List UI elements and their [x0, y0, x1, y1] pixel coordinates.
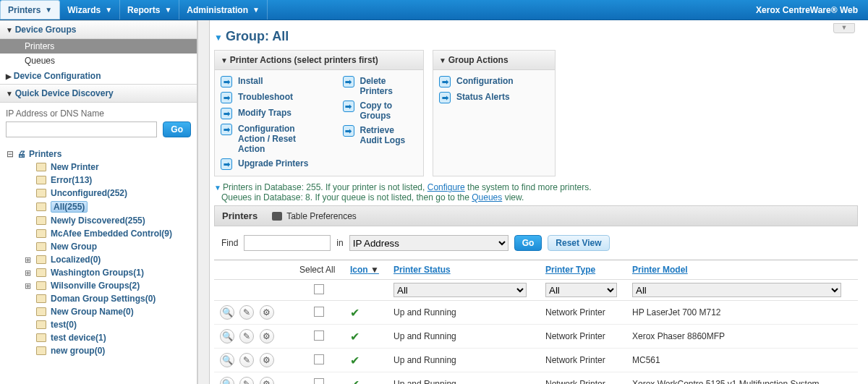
status-ok-icon: ✔: [350, 307, 359, 319]
select-all-checkbox[interactable]: [314, 284, 324, 294]
action-button[interactable]: ➡Upgrade Printers: [221, 158, 314, 170]
expand-icon[interactable]: ⊞: [25, 255, 32, 265]
tab-wizards[interactable]: Wizards ▼: [60, 0, 120, 20]
folder-icon: [36, 202, 46, 211]
edit-icon[interactable]: ✎: [239, 305, 254, 320]
expand-icon[interactable]: ⊞: [25, 268, 32, 278]
group-actions-header[interactable]: Group Actions: [433, 51, 555, 70]
search-icon[interactable]: 🔍: [220, 305, 234, 320]
find-field-select[interactable]: IP Address: [349, 235, 509, 251]
row-checkbox[interactable]: [314, 307, 324, 317]
action-button[interactable]: ➡Delete Printers: [343, 76, 417, 96]
gear-icon[interactable]: ⚙: [260, 377, 274, 384]
reset-view-button[interactable]: Reset View: [548, 235, 609, 251]
filter-type[interactable]: All: [545, 283, 617, 297]
tree-root[interactable]: ⊟ 🖨 Printers: [6, 149, 192, 159]
action-button[interactable]: ➡Copy to Groups: [343, 101, 417, 121]
arrow-right-icon: ➡: [439, 76, 451, 88]
table-row[interactable]: 🔍 ✎ ⚙ ✔ Up and Running Network Printer H…: [214, 301, 858, 325]
find-input[interactable]: [244, 235, 331, 251]
tree-item[interactable]: Doman Group Settings(0): [25, 292, 192, 305]
row-checkbox[interactable]: [314, 378, 324, 385]
filter-model[interactable]: All: [632, 283, 841, 297]
tree-item[interactable]: Newly Discovered(255): [25, 214, 192, 227]
edit-icon[interactable]: ✎: [239, 353, 254, 367]
action-button[interactable]: ➡Retrieve Audit Logs: [343, 125, 417, 145]
gear-icon[interactable]: ⚙: [260, 305, 274, 320]
collapse-icon[interactable]: ⊟: [6, 149, 14, 159]
table-row[interactable]: 🔍 ✎ ⚙ ✔ Up and Running Network Printer X…: [214, 325, 858, 349]
tab-reports[interactable]: Reports ▼: [120, 0, 179, 20]
action-button[interactable]: ➡Troubleshoot: [221, 92, 314, 103]
filter-status[interactable]: All: [393, 283, 527, 297]
search-icon[interactable]: 🔍: [220, 329, 234, 344]
tree-item[interactable]: ⊞Localized(0): [25, 253, 192, 266]
search-icon[interactable]: 🔍: [220, 377, 234, 384]
top-nav: Printers ▼ Wizards ▼ Reports ▼ Administr…: [0, 0, 868, 20]
tree-item[interactable]: ⊞Wilsonville Groups(2): [25, 279, 192, 292]
edit-icon[interactable]: ✎: [239, 377, 254, 384]
table-row[interactable]: 🔍 ✎ ⚙ ✔ Up and Running Network Printer M…: [214, 349, 858, 372]
queues-link[interactable]: Queues: [472, 192, 502, 202]
tree-item[interactable]: All(255): [25, 200, 192, 214]
search-icon[interactable]: 🔍: [220, 353, 234, 367]
tree-item-label: New Printer: [51, 162, 99, 172]
device-groups-header[interactable]: Device Groups: [0, 20, 197, 39]
table-row[interactable]: 🔍 ✎ ⚙ ✔ Up and Running Network Printer X…: [214, 372, 858, 385]
arrow-right-icon: ➡: [221, 92, 232, 103]
tree-item[interactable]: Unconfigured(252): [25, 187, 192, 200]
cell-type: Network Printer: [540, 301, 626, 325]
tree-item[interactable]: New Group Name(0): [25, 305, 192, 318]
select-all-header[interactable]: Select All: [294, 260, 344, 280]
configure-link[interactable]: Configure: [427, 182, 465, 192]
action-button[interactable]: ➡Configuration Action / Reset Action: [221, 124, 314, 154]
device-configuration-header[interactable]: Device Configuration: [0, 68, 197, 84]
find-label: Find: [221, 238, 238, 248]
action-button[interactable]: ➡Modify Traps: [221, 108, 314, 119]
qdd-input[interactable]: [6, 121, 157, 137]
col-printer-type[interactable]: Printer Type: [540, 260, 626, 280]
qdd-go-button[interactable]: Go: [163, 121, 191, 137]
tree-item[interactable]: Error(113): [25, 174, 192, 187]
page-title: Group: All: [214, 29, 858, 44]
printer-actions-header[interactable]: Printer Actions (select printers first): [215, 51, 423, 70]
tab-label: Administration: [187, 5, 248, 15]
row-checkbox[interactable]: [314, 330, 324, 341]
col-printer-status[interactable]: Printer Status: [388, 260, 540, 280]
folder-icon: [36, 294, 46, 303]
tab-administration[interactable]: Administration ▼: [179, 0, 268, 20]
col-icon[interactable]: Icon ▼: [344, 260, 388, 280]
tree-item[interactable]: new group(0): [25, 344, 192, 357]
tree-item[interactable]: McAfee Embedded Control(9): [25, 227, 192, 240]
tree-item[interactable]: test device(1): [25, 331, 192, 344]
sidebar-item-queues[interactable]: Queues: [0, 54, 197, 68]
find-go-button[interactable]: Go: [514, 235, 542, 251]
gear-icon[interactable]: ⚙: [260, 329, 274, 344]
arrow-right-icon: ➡: [343, 125, 354, 137]
tree-item[interactable]: New Group: [25, 240, 192, 253]
db-info: ▼Printers in Database: 255. If your prin…: [214, 182, 858, 202]
quick-device-discovery-header[interactable]: Quick Device Discovery: [0, 84, 197, 103]
arrow-right-icon: ➡: [343, 101, 354, 112]
action-button[interactable]: ➡Install: [221, 76, 314, 88]
tab-label: Printers: [8, 5, 41, 15]
col-printer-model[interactable]: Printer Model: [626, 260, 858, 280]
splitter[interactable]: [198, 20, 210, 384]
gear-icon[interactable]: ⚙: [260, 353, 274, 367]
action-button[interactable]: ➡Status Alerts: [439, 92, 514, 103]
collapse-handle[interactable]: ▼: [833, 23, 855, 33]
tree-item[interactable]: ⊞Washington Groups(1): [25, 266, 192, 279]
tab-printers[interactable]: Printers ▼: [0, 0, 60, 20]
tree-item-label: New Group: [51, 242, 97, 252]
tree-item[interactable]: test(0): [25, 318, 192, 331]
row-checkbox[interactable]: [314, 354, 324, 364]
folder-icon: [36, 216, 46, 225]
edit-icon[interactable]: ✎: [239, 329, 254, 344]
tree-item-label: Unconfigured(252): [51, 188, 127, 198]
table-preferences-button[interactable]: Table Preferences: [272, 211, 357, 221]
action-button[interactable]: ➡Configuration: [439, 76, 514, 88]
tree-item[interactable]: New Printer: [25, 161, 192, 174]
sidebar-item-printers[interactable]: Printers: [0, 39, 197, 54]
chevron-down-icon: ▼: [164, 6, 171, 14]
expand-icon[interactable]: ⊞: [25, 281, 32, 291]
